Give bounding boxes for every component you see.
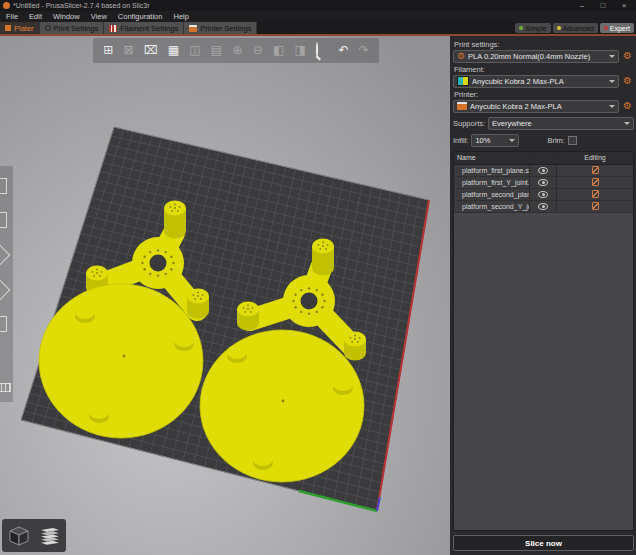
print-settings-dropdown[interactable]: ⚙ PLA 0.20mm Normal(0.4mm Nozzle) xyxy=(453,50,619,63)
remove-instance-icon: ⊖ xyxy=(253,44,263,56)
filament-gear-button[interactable]: ⚙ xyxy=(621,76,634,86)
add-icon[interactable]: ⊞ xyxy=(103,44,113,56)
mode-label: Simple xyxy=(525,25,546,32)
mode-simple-button[interactable]: Simple xyxy=(515,23,550,33)
tab-label: Filament Settings xyxy=(120,24,178,33)
editing-icon[interactable] xyxy=(592,190,599,198)
paste-icon: ▤ xyxy=(211,44,222,56)
object-row[interactable]: platform_first_Y_joint.stl xyxy=(454,177,633,189)
arrange-icon[interactable]: ▦ xyxy=(168,44,179,56)
tab-label: Plater xyxy=(14,24,34,33)
move-gizmo-icon[interactable] xyxy=(0,178,7,194)
place-on-face-gizmo-icon[interactable] xyxy=(0,278,10,301)
editor-view-cube-icon[interactable] xyxy=(7,524,31,548)
print-settings-gear-button[interactable]: ⚙ xyxy=(621,51,634,61)
redo-icon: ↷ xyxy=(359,44,369,56)
editing-icon[interactable] xyxy=(592,202,599,210)
expert-dot-icon xyxy=(604,26,608,30)
maximize-button[interactable]: □ xyxy=(594,0,612,11)
eye-icon[interactable] xyxy=(538,167,548,174)
object-name: platform_second_Y_joint.stl xyxy=(454,201,529,212)
simple-dot-icon xyxy=(519,26,523,30)
slice-now-button[interactable]: Slice now xyxy=(453,535,634,551)
mode-label: Expert xyxy=(610,25,630,32)
sidebar-panel: Print settings: ⚙ PLA 0.20mm Normal(0.4m… xyxy=(450,36,636,555)
minimize-button[interactable]: – xyxy=(573,0,591,11)
object-row[interactable]: platform_first_plane.stl xyxy=(454,165,633,177)
menu-item-file[interactable]: File xyxy=(6,12,18,21)
view-mode-toggle xyxy=(2,519,66,552)
object-row[interactable]: platform_second_plane.stl xyxy=(454,189,633,201)
menu-item-configuration[interactable]: Configuration xyxy=(118,12,163,21)
editing-column-header: Editing xyxy=(556,152,633,164)
mode-advanced-button[interactable]: Advanced xyxy=(553,23,598,33)
chevron-down-icon xyxy=(509,139,515,142)
infill-label: Infill: xyxy=(453,136,468,145)
tab-printer-settings[interactable]: Printer Settings xyxy=(184,22,257,34)
chevron-down-icon xyxy=(609,105,615,108)
plater-icon xyxy=(5,25,11,31)
measure-gizmo-icon[interactable] xyxy=(0,383,11,392)
scale-gizmo-icon[interactable] xyxy=(0,212,7,228)
menu-item-edit[interactable]: Edit xyxy=(29,12,42,21)
gizmo-toolbar xyxy=(0,166,13,402)
name-column-header: Name xyxy=(454,152,529,164)
viewport-3d[interactable]: ⊞ ⊠ ⌧ ▦ ◫ ▤ ⊕ ⊖ ◧ ◨ ↶ ↷ xyxy=(0,36,450,555)
delete-icon: ⊠ xyxy=(123,44,133,56)
eye-icon[interactable] xyxy=(538,191,548,198)
copy-icon: ◫ xyxy=(189,44,200,56)
visibility-column-header xyxy=(529,152,556,164)
object-list: Name Editing platform_first_plane.stl pl… xyxy=(453,151,634,532)
window-title: *Untitled - PrusaSlicer-2.7.4 based on S… xyxy=(13,2,570,9)
model-platform-second-plane[interactable] xyxy=(200,330,364,482)
tab-filament-settings[interactable]: Filament Settings xyxy=(104,22,184,34)
rotate-gizmo-icon[interactable] xyxy=(0,243,10,266)
printer-dropdown[interactable]: Anycubic Kobra 2 Max-PLA xyxy=(453,100,619,113)
print-settings-value: PLA 0.20mm Normal(0.4mm Nozzle) xyxy=(468,52,606,61)
editing-icon[interactable] xyxy=(592,166,599,174)
filament-color-swatch xyxy=(457,76,469,86)
printer-gear-button[interactable]: ⚙ xyxy=(621,101,634,111)
object-list-header: Name Editing xyxy=(454,152,633,165)
filament-value: Anycubic Kobra 2 Max-PLA xyxy=(472,77,606,86)
undo-icon[interactable]: ↶ xyxy=(338,44,348,56)
filament-label: Filament: xyxy=(454,65,633,74)
delete-all-icon[interactable]: ⌧ xyxy=(144,44,158,56)
infill-dropdown[interactable]: 10% xyxy=(471,134,519,147)
print-profile-icon: ⚙ xyxy=(457,52,465,61)
filament-dropdown[interactable]: Anycubic Kobra 2 Max-PLA xyxy=(453,75,619,88)
object-name: platform_first_plane.stl xyxy=(454,165,529,176)
eye-icon[interactable] xyxy=(538,179,548,186)
editing-icon[interactable] xyxy=(592,178,599,186)
cut-gizmo-icon[interactable] xyxy=(0,316,7,332)
tab-print-settings[interactable]: Print Settings xyxy=(40,22,105,34)
tab-plater[interactable]: Plater xyxy=(0,22,40,34)
filament-icon xyxy=(109,25,117,32)
mode-switcher: Simple Advanced Expert xyxy=(515,23,636,33)
chevron-down-icon xyxy=(609,80,615,83)
brim-checkbox[interactable] xyxy=(568,136,577,145)
close-button[interactable]: × xyxy=(615,0,633,11)
preview-layers-icon[interactable] xyxy=(37,524,61,548)
scene-3d xyxy=(0,36,450,555)
infill-value: 10% xyxy=(475,136,506,145)
search-icon[interactable] xyxy=(316,44,318,56)
menu-item-window[interactable]: Window xyxy=(53,12,80,21)
model-platform-first-plane[interactable] xyxy=(39,284,203,438)
menu-item-help[interactable]: Help xyxy=(173,12,188,21)
object-row[interactable]: platform_second_Y_joint.stl xyxy=(454,201,633,213)
menu-item-view[interactable]: View xyxy=(91,12,107,21)
prusaslicer-window: *Untitled - PrusaSlicer-2.7.4 based on S… xyxy=(0,0,636,555)
eye-icon[interactable] xyxy=(538,203,548,210)
tab-label: Printer Settings xyxy=(200,24,251,33)
tab-bar: Plater Print Settings Filament Settings … xyxy=(0,22,636,34)
advanced-dot-icon xyxy=(557,26,561,30)
supports-dropdown[interactable]: Everywhere xyxy=(488,117,634,130)
brim-label: Brim: xyxy=(547,136,565,145)
print-settings-tab-icon xyxy=(45,25,51,31)
main-toolbar: ⊞ ⊠ ⌧ ▦ ◫ ▤ ⊕ ⊖ ◧ ◨ ↶ ↷ xyxy=(93,38,379,63)
mode-expert-button[interactable]: Expert xyxy=(600,23,634,33)
add-instance-icon: ⊕ xyxy=(232,44,242,56)
split-to-objects-icon: ◧ xyxy=(273,44,284,56)
supports-label: Supports: xyxy=(453,119,485,128)
